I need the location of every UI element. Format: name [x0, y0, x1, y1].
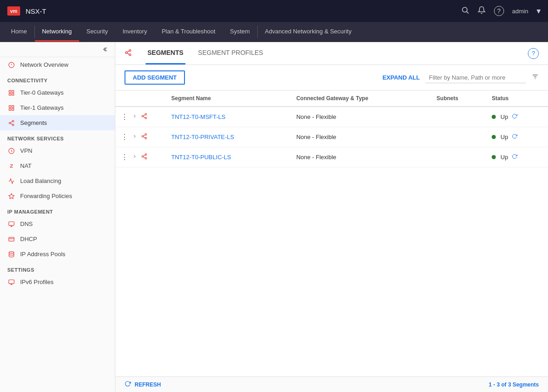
nav-inventory[interactable]: Inventory [115, 22, 154, 42]
sidebar-item-tier0-label: Tier-0 Gateways [20, 89, 64, 96]
tab-segment-profiles[interactable]: SEGMENT PROFILES [196, 42, 265, 64]
refresh-icon[interactable] [125, 381, 131, 388]
refresh-button[interactable]: REFRESH [135, 381, 161, 388]
nav-networking[interactable]: Networking [35, 22, 79, 42]
nav-advanced-networking[interactable]: Advanced Networking & Security [258, 22, 359, 42]
nat-icon [7, 163, 16, 169]
row-expand-icon[interactable] [132, 134, 137, 140]
row-status-cell: Up [486, 127, 548, 147]
sidebar-item-dhcp[interactable]: DHCP [0, 231, 115, 247]
expand-all-button[interactable]: EXPAND ALL [382, 74, 420, 81]
ipv6-icon [7, 279, 16, 285]
sidebar-item-ipv6-profiles[interactable]: IPv6 Profiles [0, 274, 115, 290]
svg-point-48 [145, 154, 147, 156]
row-segment-icon [141, 133, 147, 141]
row-actions-cell: ⋮ [115, 107, 166, 127]
sidebar-item-dns[interactable]: DNS [0, 216, 115, 231]
sidebar-collapse-button[interactable] [0, 42, 115, 57]
svg-line-52 [143, 155, 145, 156]
sidebar-item-ip-address-pools[interactable]: IP Address Pools [0, 247, 115, 262]
status-text: Up [500, 113, 508, 120]
svg-point-44 [142, 135, 144, 137]
row-segment-icon [141, 113, 147, 121]
table-row: ⋮ TNT12-T0-MSFT-LS None - Flexible Up [115, 107, 548, 127]
svg-rect-11 [12, 108, 14, 110]
add-segment-button[interactable]: ADD SEGMENT [125, 70, 185, 85]
status-refresh-icon[interactable] [512, 134, 517, 140]
bell-icon[interactable] [477, 6, 486, 16]
status-refresh-icon[interactable] [512, 154, 517, 161]
sidebar-item-nat-label: NAT [20, 162, 32, 169]
tier1-icon [7, 105, 16, 111]
search-icon[interactable] [461, 6, 469, 16]
row-more-options-icon[interactable]: ⋮ [121, 153, 128, 161]
nav-plan-troubleshoot[interactable]: Plan & Troubleshoot [154, 22, 222, 42]
sidebar-item-tier0-gateways[interactable]: Tier-0 Gateways [0, 85, 115, 100]
filter-input[interactable] [425, 72, 526, 83]
table-footer: REFRESH 1 - 3 of 3 Segments [115, 376, 548, 392]
tab-segments[interactable]: SEGMENTS [146, 42, 185, 64]
topbar: vm NSX-T ? admin ▾ [0, 0, 548, 22]
sidebar-item-forwarding-policies[interactable]: Forwarding Policies [0, 188, 115, 204]
svg-point-32 [129, 54, 131, 55]
tier0-icon [7, 90, 16, 96]
segment-name-link[interactable]: TNT12-T0-PUBLIC-LS [171, 154, 231, 161]
svg-point-31 [125, 52, 127, 54]
row-connected-gateway-cell: None - Flexible [291, 127, 431, 147]
ip-pools-icon [7, 251, 16, 258]
nav-system[interactable]: System [222, 22, 257, 42]
sidebar-item-segments[interactable]: Segments [0, 115, 115, 130]
svg-point-13 [12, 120, 14, 122]
row-expand-icon[interactable] [132, 113, 137, 120]
layout: Network Overview Connectivity Tier-0 Gat… [0, 42, 548, 392]
app-logo: vm [7, 6, 20, 16]
sidebar-item-network-overview[interactable]: Network Overview [0, 57, 115, 72]
lb-icon [7, 178, 16, 184]
svg-line-46 [143, 137, 145, 138]
svg-point-14 [9, 122, 11, 124]
svg-point-15 [12, 124, 14, 126]
sidebar-item-forwarding-policies-label: Forwarding Policies [20, 193, 72, 199]
nav-home[interactable]: Home [4, 22, 34, 42]
dhcp-icon [7, 236, 16, 242]
user-chevron-icon[interactable]: ▾ [537, 6, 541, 16]
sidebar-item-ip-address-pools-label: IP Address Pools [20, 251, 65, 258]
sidebar-item-tier1-gateways[interactable]: Tier-1 Gateways [0, 100, 115, 115]
row-segment-name-cell: TNT12-T0-PRIVATE-LS [166, 127, 291, 147]
col-status: Status [486, 91, 548, 107]
segment-name-link[interactable]: TNT12-T0-MSFT-LS [171, 113, 225, 120]
svg-line-16 [11, 123, 12, 124]
row-segment-icon [141, 153, 147, 161]
row-actions-cell: ⋮ [115, 147, 166, 167]
svg-marker-20 [9, 193, 14, 199]
row-segment-name-cell: TNT12-T0-MSFT-LS [166, 107, 291, 127]
svg-rect-6 [12, 90, 14, 92]
status-refresh-icon[interactable] [512, 113, 517, 120]
row-expand-icon[interactable] [132, 154, 137, 161]
svg-rect-9 [9, 105, 11, 107]
row-more-options-icon[interactable]: ⋮ [121, 133, 128, 141]
pagination-range: 1 - 3 [489, 381, 500, 388]
help-icon[interactable]: ? [494, 6, 504, 16]
status-dot-icon [492, 135, 496, 139]
help-button[interactable]: ? [528, 48, 539, 59]
segment-name-link[interactable]: TNT12-T0-PRIVATE-LS [171, 134, 234, 140]
row-actions-cell: ⋮ [115, 127, 166, 147]
sidebar-item-load-balancing-label: Load Balancing [20, 177, 61, 184]
svg-line-41 [143, 117, 145, 118]
row-more-options-icon[interactable]: ⋮ [121, 113, 128, 121]
toolbar: ADD SEGMENT EXPAND ALL [115, 65, 548, 91]
pagination-total: of 3 Segments [501, 381, 539, 388]
col-connected-gateway: Connected Gateway & Type [291, 91, 431, 107]
navbar: Home Networking Security Inventory Plan … [0, 22, 548, 42]
svg-point-30 [129, 49, 131, 51]
nav-security[interactable]: Security [79, 22, 115, 42]
col-actions [115, 91, 166, 107]
col-segment-name: Segment Name [166, 91, 291, 107]
sidebar-item-nat[interactable]: NAT [0, 158, 115, 173]
svg-line-51 [143, 157, 145, 158]
filter-icon[interactable] [532, 73, 539, 82]
sidebar-item-load-balancing[interactable]: Load Balancing [0, 173, 115, 188]
sidebar-item-ipv6-profiles-label: IPv6 Profiles [20, 279, 54, 285]
sidebar-item-vpn[interactable]: VPN [0, 143, 115, 158]
